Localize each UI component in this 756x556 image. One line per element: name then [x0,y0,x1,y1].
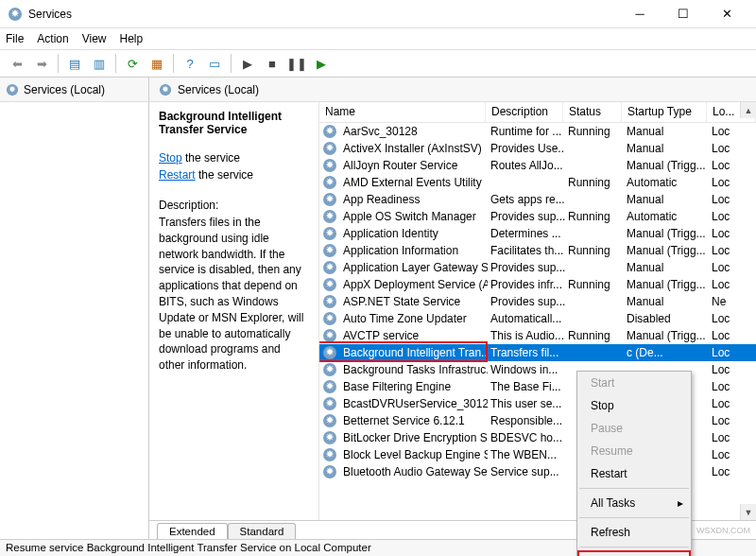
service-logon: Loc [709,363,756,376]
pause-service-button[interactable]: ❚❚ [285,52,308,75]
col-description[interactable]: Description [486,102,563,122]
ctx-stop[interactable]: Stop [577,394,691,417]
service-logon: Loc [709,346,756,359]
stop-link[interactable]: Stop [159,151,182,165]
service-logon: Loc [709,244,756,257]
gear-icon [159,83,172,96]
back-button[interactable]: ⬅ [6,52,28,75]
scroll-down-button[interactable]: ▼ [740,504,756,520]
service-row[interactable]: Application Layer Gateway S...Provides s… [319,259,756,276]
service-row[interactable]: Apple OS Switch ManagerProvides sup...Ru… [319,208,756,225]
service-row[interactable]: AllJoyn Router ServiceRoutes AllJo...Man… [319,157,756,174]
start-service-button[interactable]: ▶ [236,52,259,75]
service-row[interactable]: App ReadinessGets apps re...ManualLoc [319,191,756,208]
ctx-properties[interactable]: Properties [577,550,691,556]
forward-button[interactable]: ➡ [30,52,53,75]
selected-service-title: Background Intelligent Transfer Service [159,110,309,136]
description-label: Description: [159,199,309,212]
service-row[interactable]: Auto Time Zone UpdaterAutomaticall...Dis… [319,310,756,327]
service-name: Block Level Backup Engine S... [340,448,488,461]
service-row[interactable]: Background Intelligent Tran...Transfers … [319,344,756,361]
maximize-button[interactable]: ☐ [662,0,705,28]
service-status: Running [565,176,624,189]
refresh-button[interactable]: ⟳ [121,52,144,75]
service-desc: Provides sup... [488,261,565,274]
service-status: Running [565,329,624,342]
service-row[interactable]: AppX Deployment Service (A...Provides in… [319,276,756,293]
service-name: ActiveX Installer (AxInstSV) [340,142,488,155]
service-row[interactable]: AarSvc_30128Runtime for ...RunningManual… [319,123,756,140]
properties-button[interactable]: ▥ [88,52,111,75]
restart-link[interactable]: Restart [159,168,196,182]
service-name: Application Information [340,244,488,257]
service-row[interactable]: Application InformationFacilitates th...… [319,242,756,259]
export-button[interactable]: ▦ [146,52,168,75]
show-hide-button[interactable]: ▤ [63,52,86,75]
service-row[interactable]: Application IdentityDetermines ...Manual… [319,225,756,242]
col-name[interactable]: Name [319,102,486,122]
stop-service-button[interactable]: ■ [261,52,284,75]
service-name: AarSvc_30128 [340,125,488,138]
service-status: Running [565,244,624,257]
service-status: Running [565,278,624,291]
service-name: BitLocker Drive Encryption S... [340,431,488,444]
column-headers[interactable]: Name Description Status Startup Type Lo.… [319,102,756,123]
ctx-restart[interactable]: Restart [577,462,691,485]
ctx-refresh[interactable]: Refresh [577,521,691,544]
service-name: Bluetooth Audio Gateway Se... [340,465,488,478]
service-desc: Provides sup... [488,210,565,223]
service-row[interactable]: ASP.NET State ServiceProvides sup...Manu… [319,293,756,310]
scroll-up-button[interactable]: ▲ [740,102,756,118]
service-name: Background Intelligent Tran... [340,346,488,359]
service-desc: Provides sup... [488,295,565,308]
col-startup[interactable]: Startup Type [622,102,707,122]
service-desc: BDESVC ho... [488,431,565,444]
service-desc: Service sup... [488,465,565,478]
service-row[interactable]: ActiveX Installer (AxInstSV)Provides Use… [319,140,756,157]
service-desc: This is Audio... [488,329,565,342]
service-startup: Manual [624,125,709,138]
service-logon: Loc [709,125,756,138]
menu-file[interactable]: File [6,32,24,45]
window-title: Services [28,8,618,21]
col-status[interactable]: Status [563,102,622,122]
service-desc: This user se... [488,397,565,410]
service-logon: Loc [709,414,756,427]
service-logon: Loc [709,210,756,223]
service-startup: Manual (Trigg... [624,227,709,240]
menu-action[interactable]: Action [37,32,68,45]
tab-standard[interactable]: Standard [228,523,297,539]
minimize-button[interactable]: ─ [618,0,662,28]
service-name: Background Tasks Infrastruc... [340,363,488,376]
service-logon: Loc [709,431,756,444]
service-startup: Manual (Trigg... [624,278,709,291]
service-logon: Loc [709,176,756,189]
left-header-label[interactable]: Services (Local) [24,83,105,96]
ctx-pause: Pause [577,417,691,440]
service-logon: Loc [709,159,756,172]
service-startup: c (De... [624,346,709,359]
service-row[interactable]: AVCTP serviceThis is Audio...RunningManu… [319,327,756,344]
service-desc: Determines ... [488,227,565,240]
tab-extended[interactable]: Extended [157,523,228,539]
service-logon: Loc [709,329,756,342]
service-row[interactable]: AMD External Events UtilityRunningAutoma… [319,174,756,191]
service-logon: Loc [709,261,756,274]
service-desc: The WBEN... [488,448,565,461]
watermark: WSXDN.COM [696,526,750,535]
service-logon: Loc [709,278,756,291]
service-startup: Manual (Trigg... [624,329,709,342]
service-name: Base Filtering Engine [340,380,488,393]
help-button[interactable]: ? [179,52,201,75]
service-name: App Readiness [340,193,488,206]
service-name: AppX Deployment Service (A... [340,278,488,291]
close-button[interactable]: ✕ [705,0,748,28]
gear-icon [6,83,19,96]
ctx-all-tasks[interactable]: All Tasks▸ [577,492,691,514]
service-desc: Gets apps re... [488,193,565,206]
service-startup: Manual [624,295,709,308]
sheet-button[interactable]: ▭ [203,52,226,75]
menu-view[interactable]: View [82,32,107,45]
menu-help[interactable]: Help [120,32,144,45]
restart-service-button[interactable]: ▶ [310,52,333,75]
